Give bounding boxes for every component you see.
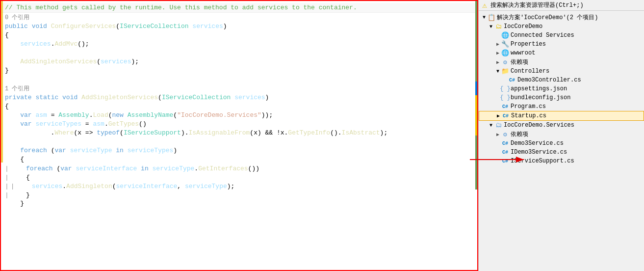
cs-file-icon-idemo3: C# (501, 148, 509, 156)
param-services-2: services (101, 58, 131, 65)
properties-label: Properties (511, 41, 546, 48)
expand-arrow-proj1: ▼ (488, 24, 494, 29)
startup-label: Startup.cs (511, 112, 546, 119)
deps-icon: ⚙ (501, 58, 509, 66)
appsettings-label: appsettings.json (511, 85, 567, 92)
expand-arrow-iservicesupport: ▶ (494, 158, 501, 164)
demo3controller-label: Demo3Controller.cs (517, 77, 581, 83)
connected-services-label: Connected Services (511, 32, 574, 39)
string-ioccoreservices: "IocCoreDemo.Services" (177, 111, 261, 119)
expand-arrow-root: ▼ (481, 15, 488, 20)
json-icon-appsettings: { } (501, 85, 509, 93)
tree-ioccoredemoservices[interactable]: ▼ 🗂 IocCoreDemo.Services (479, 121, 644, 130)
param-asm2: asm (93, 120, 104, 128)
code-line-brace-close1: } (1, 66, 477, 75)
param-serviceinterface: serviceInterface (76, 165, 137, 172)
tree-appsettings[interactable]: ▶ { } appsettings.json (479, 84, 644, 93)
warning-icon: ⚠ (481, 1, 489, 9)
tree-root[interactable]: ▼ 📋 解决方案'IocCoreDemo'(2 个项目) (479, 13, 644, 22)
param-services-body: services (32, 183, 62, 190)
tree-program[interactable]: ▶ C# Program.cs (479, 102, 644, 111)
type-iservicesupport: IServiceSupport (124, 129, 181, 136)
kw-private: private (5, 94, 32, 101)
deps2-icon: ⚙ (501, 131, 509, 138)
cs-file-icon-program: C# (501, 103, 509, 110)
tree-bundleconfig[interactable]: ▶ { } bundleconfig.json (479, 93, 644, 102)
solution-tree[interactable]: ▼ 📋 解决方案'IocCoreDemo'(2 个项目) ▼ 🗂 IocCore… (479, 11, 644, 271)
kw-var2: var (20, 120, 31, 128)
expand-arrow-controllers: ▼ (494, 69, 501, 74)
code-line-addsingletonsv-def: private static void AddSingletonServices… (1, 93, 477, 102)
expand-arrow-demo3ctrl: ▶ (501, 77, 508, 83)
code-line-foreach1: foreach ( var serviceType in serviceType… (1, 146, 477, 155)
type-iservicecollection2: IServiceCollection (162, 94, 231, 101)
expand-arrow-deps1: ▶ (494, 59, 501, 65)
method-getinterfaces: GetInterfaces (198, 165, 248, 172)
kw-typeof: typeof (97, 129, 120, 136)
kw-static: static (35, 94, 58, 101)
tree-connected-services[interactable]: ▶ 🌐 Connected Services (479, 31, 644, 40)
kw-in1: in (116, 147, 124, 154)
kw-in2: in (141, 165, 149, 172)
expand-arrow-connected: ▶ (494, 32, 501, 38)
tree-properties[interactable]: ▶ 🔧 Properties (479, 40, 644, 49)
code-line-empty3 (1, 137, 477, 146)
type-assemblyname: AssemblyName (128, 111, 174, 119)
code-line-brace-close3: | } (1, 190, 477, 199)
method-load: Load (93, 111, 108, 119)
tree-demo3controller[interactable]: ▶ C# Demo3Controller.cs (479, 76, 644, 84)
param-services: services (192, 23, 223, 30)
folder-icon: 📁 (501, 67, 509, 75)
project2-icon: 🗂 (494, 121, 502, 129)
ref-count-0: 0 个引用 (5, 13, 29, 22)
code-line-brace-open4: | { (1, 173, 477, 182)
tree-startup[interactable]: ▶ C# Startup.cs (479, 111, 644, 121)
tree-deps2[interactable]: ▶ ⚙ 依赖项 (479, 130, 644, 139)
tree-controllers[interactable]: ▼ 📁 Controllers (479, 67, 644, 76)
wwwroot-icon: 🌐 (501, 49, 509, 57)
method-configureservices: ConfigureServices (51, 23, 116, 30)
param-servicetype: serviceType (70, 147, 112, 154)
tree-deps1[interactable]: ▶ ⚙ 依赖项 (479, 57, 644, 67)
program-label: Program.cs (511, 103, 546, 110)
cs-file-icon-iservicesupport: C# (501, 157, 509, 165)
solution-explorer-panel: ⚠ 搜索解决方案资源管理器(Ctrl+;) ▼ 📋 解决方案'IocCoreDe… (478, 0, 644, 271)
tree-wwwroot[interactable]: ▶ 🌐 wwwroot (479, 49, 644, 57)
kw-var1: var (20, 111, 31, 119)
type-assembly: Assembly (58, 111, 89, 119)
cs-file-icon-startup: C# (502, 112, 510, 120)
expand-arrow-demo3svc: ▶ (494, 140, 501, 146)
deps2-label: 依赖项 (511, 130, 528, 138)
kw-var3: var (54, 147, 66, 154)
param-servicetype2: serviceType (153, 165, 195, 172)
code-line-brace-open3: { (1, 155, 477, 164)
kw-public: public (5, 23, 28, 30)
deps1-label: 依赖项 (511, 58, 528, 66)
method-isabstract: IsAbstract (342, 129, 380, 136)
code-line-where: . Where (x => typeof ( IServiceSupport )… (1, 129, 477, 137)
kw-foreach2: foreach (26, 165, 53, 172)
param-servicetype3: serviceType (185, 183, 227, 190)
code-line-servicetypes: var serviceTypes = asm . GetTypes () (1, 120, 477, 129)
project-icon: 🗂 (494, 23, 502, 30)
cs-file-icon-demo3svc: C# (501, 139, 509, 147)
param-serviceinterface2: serviceInterface (116, 183, 178, 190)
json-icon-bundleconfig: { } (501, 94, 509, 102)
comment-text: // This method gets called by the runtim… (5, 4, 357, 11)
expand-arrow-properties: ▶ (494, 41, 501, 47)
proj2-label: IocCoreDemo.Services (504, 122, 574, 129)
tree-idemo3service[interactable]: ▶ C# IDemo3Service.cs (479, 148, 644, 157)
param-services-3: services (234, 94, 265, 101)
code-body[interactable]: // This method gets called by the runtim… (1, 1, 477, 270)
code-panel: // This method gets called by the runtim… (0, 0, 478, 271)
tree-ioccoredemoproj[interactable]: ▼ 🗂 IocCoreDemo (479, 22, 644, 31)
solution-icon: 📋 (488, 14, 495, 22)
code-line-brace-close4: } (1, 199, 477, 208)
tree-demo3service[interactable]: ▶ C# Demo3Service.cs (479, 139, 644, 148)
wwwroot-label: wwwroot (511, 50, 535, 56)
code-line-comment: // This method gets called by the runtim… (1, 3, 477, 13)
method-addsingletonsv: AddSingletonServices (20, 58, 97, 65)
ref-count-1: 1 个引用 (5, 84, 29, 93)
method-isassignablefrom: IsAssignableFrom (189, 129, 250, 136)
tree-iservicesupport[interactable]: ▶ C# IServiceSupport.cs (479, 157, 644, 165)
